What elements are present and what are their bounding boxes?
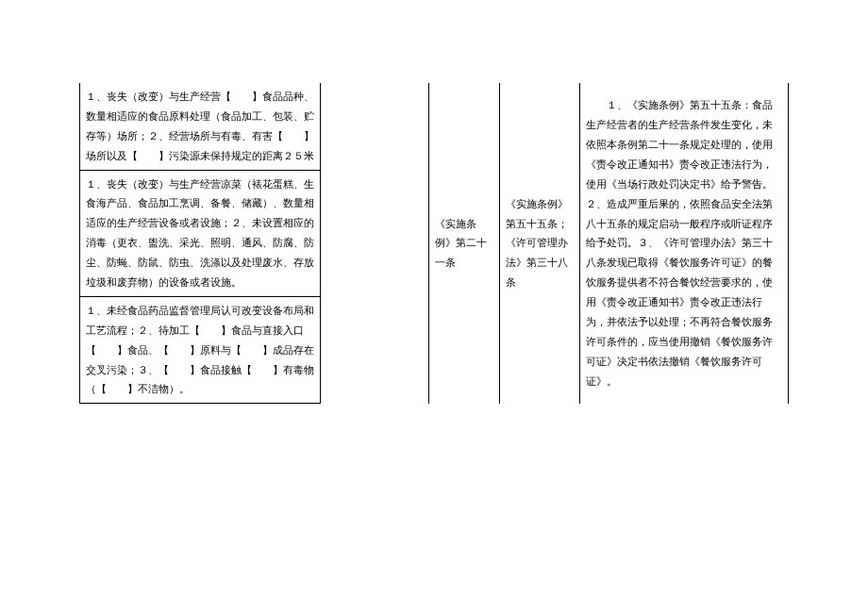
cell-empty: [321, 83, 429, 404]
cell-detail: １、《实施条例》第五十五条：食品生产经营者的生产经营条件发生变化，未依照本条例第…: [580, 83, 789, 404]
cell-regulation-ref: 《实施条例》第二十一条: [429, 83, 500, 404]
table-row: １、丧失（改变）与生产经营【 】食品品种、数量相适应的食品原料处理（食品加工、包…: [80, 83, 789, 170]
cell-description-3: １、未经食品药品监督管理局认可改变设备布局和工艺流程；２、待加工【 】食品与直接…: [80, 296, 321, 403]
cell-description-2: １、丧失（改变）与生产经营凉菜（裱花蛋糕、生食海产品、食品加工烹调、备餐、储藏）…: [80, 170, 321, 296]
regulation-table: １、丧失（改变）与生产经营【 】食品品种、数量相适应的食品原料处理（食品加工、包…: [79, 83, 789, 404]
cell-description-1: １、丧失（改变）与生产经营【 】食品品种、数量相适应的食品原料处理（食品加工、包…: [80, 83, 321, 170]
cell-article-ref: 《实施条例》第五十五条；《许可管理办法》第三十八条: [500, 83, 580, 404]
